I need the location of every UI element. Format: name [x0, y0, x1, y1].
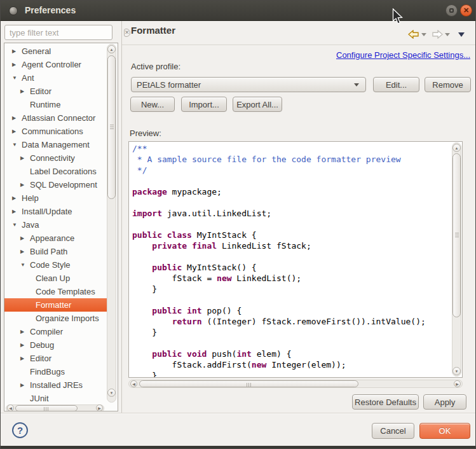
chevron-collapsed-icon[interactable]: ▶ [12, 111, 22, 125]
apply-button[interactable]: Apply [423, 394, 466, 410]
chevron-collapsed-icon[interactable]: ▶ [20, 231, 30, 245]
titlebar[interactable]: Preferences ✕ [1, 1, 476, 21]
code-line: } [132, 327, 451, 338]
sidebar-item-label: Ant [22, 71, 34, 85]
sidebar-item-connectivity[interactable]: ▶Connectivity [4, 151, 107, 165]
chevron-collapsed-icon[interactable]: ▶ [20, 352, 30, 365]
sidebar-item-editor[interactable]: ▶Editor [4, 85, 107, 98]
combo-dropdown-icon [354, 83, 359, 86]
forward-menu-caret-icon[interactable] [445, 33, 450, 36]
scroll-right-icon[interactable]: ▶ [454, 380, 461, 387]
import-button[interactable]: Import... [181, 97, 227, 112]
view-menu-button[interactable] [456, 29, 465, 40]
maximize-button[interactable] [445, 4, 458, 17]
sidebar-item-build-path[interactable]: ▶Build Path [4, 245, 107, 258]
sidebar-item-findbugs[interactable]: FindBugs [4, 365, 107, 378]
scroll-down-icon[interactable]: ▼ [107, 389, 116, 397]
chevron-collapsed-icon[interactable]: ▶ [20, 378, 30, 392]
chevron-collapsed-icon[interactable]: ▶ [12, 205, 22, 218]
cancel-button[interactable]: Cancel [372, 423, 414, 439]
chevron-expanded-icon[interactable]: ▼ [20, 258, 30, 272]
sidebar-item-code-style[interactable]: ▼Code Style [4, 258, 107, 272]
scroll-up-icon[interactable]: ▲ [107, 45, 116, 53]
chevron-expanded-icon[interactable]: ▼ [12, 71, 22, 85]
view-menu-icon [458, 32, 465, 37]
back-button[interactable] [408, 29, 426, 40]
ok-button[interactable]: OK [419, 423, 470, 439]
tree-scroll-thumb[interactable] [107, 55, 116, 199]
restore-defaults-button[interactable]: Restore Defaults [352, 394, 419, 410]
chevron-collapsed-icon[interactable]: ▶ [20, 338, 30, 352]
help-button[interactable]: ? [12, 422, 28, 438]
forward-button[interactable] [432, 29, 450, 40]
back-menu-caret-icon[interactable] [421, 33, 426, 36]
edit-button[interactable]: Edit... [373, 77, 419, 92]
sidebar-item-label: Editor [30, 85, 51, 98]
chevron-collapsed-icon[interactable]: ▶ [12, 191, 22, 205]
chevron-collapsed-icon[interactable]: ▶ [20, 178, 30, 191]
sidebar-item-install-update[interactable]: ▶Install/Update [4, 205, 107, 218]
tree-horizontal-scrollbar[interactable]: ◀ ▶ [6, 404, 104, 411]
chevron-collapsed-icon[interactable]: ▶ [12, 58, 22, 71]
sidebar-item-general[interactable]: ▶General [4, 45, 107, 58]
scroll-down-icon[interactable]: ▼ [452, 367, 461, 375]
sidebar-item-label: Install/Update [22, 205, 72, 218]
sidebar-item-compiler[interactable]: ▶Compiler [4, 325, 107, 338]
sidebar-item-installed-jres[interactable]: ▶Installed JREs [4, 378, 107, 392]
sidebar-item-label-decorations[interactable]: Label Decorations [4, 165, 107, 178]
window-title: Preferences [25, 5, 76, 15]
chevron-collapsed-icon[interactable]: ▶ [20, 151, 30, 165]
chevron-collapsed-icon[interactable]: ▶ [12, 125, 22, 138]
sidebar-item-atlassian-connector[interactable]: ▶Atlassian Connector [4, 111, 107, 125]
scroll-up-icon[interactable]: ▲ [452, 144, 461, 152]
sidebar-item-label: Debug [30, 338, 54, 352]
chevron-collapsed-icon[interactable]: ▶ [20, 85, 30, 98]
sidebar-item-formatter[interactable]: Formatter [4, 298, 107, 312]
new-button[interactable]: New... [130, 97, 175, 112]
pane-divider[interactable] [121, 21, 122, 413]
sidebar-item-label: General [22, 45, 51, 58]
scroll-right-icon[interactable]: ▶ [96, 404, 103, 411]
sidebar-item-code-templates[interactable]: Code Templates [4, 285, 107, 298]
sidebar-item-label: Agent Controller [22, 58, 81, 71]
sidebar-item-junit[interactable]: JUnit [4, 392, 107, 405]
export-all-button[interactable]: Export All... [233, 97, 282, 112]
sidebar-item-ant[interactable]: ▼Ant [4, 71, 107, 85]
scroll-left-icon[interactable]: ◀ [7, 404, 14, 411]
close-button[interactable]: ✕ [460, 4, 472, 17]
sidebar-item-label: Runtime [30, 98, 60, 111]
chevron-collapsed-icon[interactable]: ▶ [20, 325, 30, 338]
configure-project-settings-link[interactable]: Configure Project Specific Settings... [336, 50, 470, 60]
sidebar-item-editor[interactable]: ▶Editor [4, 352, 107, 365]
filter-field[interactable]: ✕ [4, 25, 112, 40]
preview-horizontal-scrollbar[interactable]: ◀ ▶ [128, 380, 463, 388]
chevron-expanded-icon[interactable]: ▼ [12, 218, 22, 231]
code-line: fStack = new LinkedList(); [132, 273, 451, 284]
remove-button[interactable]: Remove [425, 77, 471, 92]
sidebar-item-label: JUnit [30, 392, 49, 405]
scroll-left-icon[interactable]: ◀ [130, 380, 137, 387]
sidebar-item-clean-up[interactable]: Clean Up [4, 272, 107, 285]
sidebar-item-communications[interactable]: ▶Communications [4, 125, 107, 138]
sidebar-item-agent-controller[interactable]: ▶Agent Controller [4, 58, 107, 71]
chevron-collapsed-icon[interactable]: ▶ [12, 45, 22, 58]
tree-hscroll-thumb[interactable] [15, 405, 78, 411]
sidebar-item-appearance[interactable]: ▶Appearance [4, 231, 107, 245]
chevron-collapsed-icon[interactable]: ▶ [20, 245, 30, 258]
sidebar-item-runtime[interactable]: Runtime [4, 98, 107, 111]
clear-filter-icon[interactable]: ✕ [124, 29, 130, 37]
sidebar-item-java[interactable]: ▼Java [4, 218, 107, 231]
sidebar-item-data-management[interactable]: ▼Data Management [4, 138, 107, 151]
sidebar-item-help[interactable]: ▶Help [4, 191, 107, 205]
sidebar-item-debug[interactable]: ▶Debug [4, 338, 107, 352]
sidebar-item-organize-imports[interactable]: Organize Imports [4, 312, 107, 325]
preview-hscroll-thumb[interactable] [139, 380, 358, 387]
sidebar-item-label: Code Templates [36, 285, 95, 298]
preview-vertical-scrollbar[interactable]: ▲ ▼ [452, 142, 461, 376]
preview-scroll-thumb[interactable] [452, 153, 461, 317]
chevron-expanded-icon[interactable]: ▼ [12, 138, 22, 151]
profile-combo[interactable]: PEtALS formatter [131, 77, 366, 92]
tree-vertical-scrollbar[interactable]: ▲ ▼ [107, 44, 116, 403]
filter-input[interactable] [5, 28, 124, 38]
sidebar-item-sql-development[interactable]: ▶SQL Development [4, 178, 107, 191]
